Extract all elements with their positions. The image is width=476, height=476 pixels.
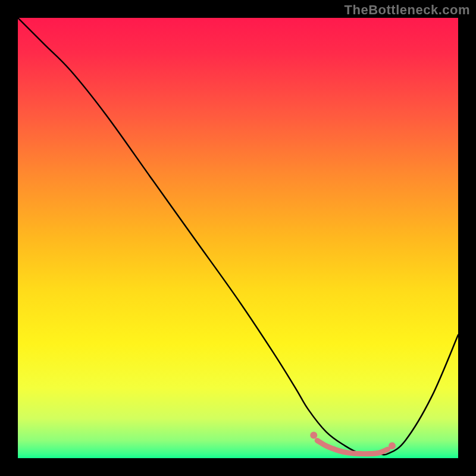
main-curve	[18, 18, 458, 455]
plot-area	[18, 18, 458, 458]
chart-frame: TheBottleneck.com	[0, 0, 476, 476]
highlight-left-dot	[310, 432, 317, 439]
highlight-right-dot	[389, 442, 396, 449]
chart-svg	[18, 18, 458, 458]
watermark-text: TheBottleneck.com	[345, 2, 470, 18]
highlight-segment	[317, 440, 387, 453]
